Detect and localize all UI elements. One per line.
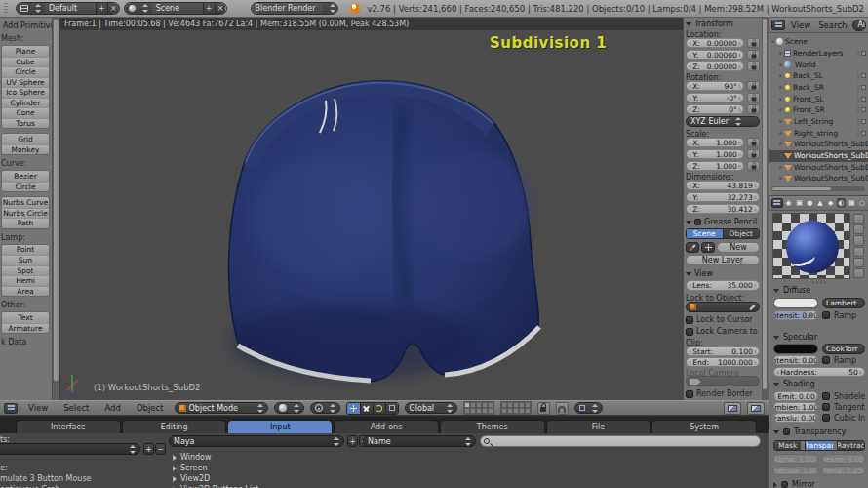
layers-widget-2[interactable]	[500, 401, 532, 415]
alpha-field[interactable]: Alpha:1.000	[773, 454, 818, 464]
specular-color-swatch[interactable]	[773, 344, 818, 354]
lock-layers-button[interactable]	[537, 402, 550, 415]
add-spot-lamp-button[interactable]: Spot	[2, 265, 49, 276]
manipulator-toggle-button[interactable]	[347, 403, 360, 414]
preview-world-icon[interactable]	[853, 268, 864, 278]
mirror-checkbox[interactable]	[781, 481, 788, 488]
add-monkey-button[interactable]: Monkey	[2, 144, 49, 155]
lock-button[interactable]	[747, 161, 760, 171]
lock-camera-checkbox[interactable]	[686, 328, 693, 336]
emulate-3-button-mouse-option[interactable]: mulate 3 Button Mouse	[0, 474, 92, 483]
snap-element-dropdown[interactable]	[574, 402, 603, 414]
keymap-tree-window[interactable]: Window	[173, 453, 212, 462]
orientation-dropdown[interactable]: Global	[405, 402, 457, 414]
new-layer-button[interactable]: New Layer	[686, 255, 760, 265]
snap-button[interactable]	[556, 402, 569, 415]
add-point-lamp-button[interactable]: Point	[2, 245, 49, 256]
material-tab-icon[interactable]: ◐	[837, 198, 847, 208]
lock-to-cursor-checkbox[interactable]	[686, 316, 693, 324]
location-z-field[interactable]: Z:0.00000	[686, 61, 744, 71]
add-uvsphere-button[interactable]: UV Sphere	[2, 77, 49, 88]
keymap-tree-screen[interactable]: Screen	[173, 464, 208, 472]
modifiers-tab-icon[interactable]: ◆	[826, 198, 836, 208]
remove-preset-button[interactable]: −	[155, 443, 166, 455]
scene-selector[interactable]: Scene + ×	[124, 2, 227, 15]
diffuse-shader-dropdown[interactable]: Lambert	[822, 298, 865, 308]
add-bezier-button[interactable]: Bezier	[2, 171, 49, 182]
rotation-z-field[interactable]: Z:0°	[686, 104, 744, 114]
lock-button[interactable]	[747, 38, 760, 48]
add-hemi-lamp-button[interactable]: Hemi	[2, 275, 49, 286]
rotation-x-field[interactable]: X:90°	[686, 81, 744, 91]
local-camera-field[interactable]	[686, 376, 760, 386]
tab-scene[interactable]: Scene	[687, 229, 723, 238]
lock-button[interactable]	[747, 104, 760, 114]
add-icosphere-button[interactable]: Ico Sphere	[2, 87, 49, 98]
clip-end-field[interactable]: End:1000.000	[686, 357, 760, 367]
close-scene-button[interactable]: ×	[215, 3, 226, 14]
add-screen-button[interactable]: +	[96, 3, 107, 14]
scrollbar-thumb[interactable]	[54, 20, 59, 381]
outliner-row-world[interactable]: World	[769, 60, 868, 71]
diffuse-color-swatch[interactable]	[773, 298, 818, 308]
add-nurbs-curve-button[interactable]: Nurbs Curve	[2, 197, 49, 208]
close-screen-button[interactable]: ×	[107, 3, 119, 14]
render-tab-icon[interactable]: ◉	[784, 198, 794, 208]
lock-button[interactable]	[747, 81, 760, 91]
world-tab-icon[interactable]: ●	[805, 198, 814, 208]
tab-mask[interactable]: Mask	[774, 441, 801, 450]
outliner-row-scene[interactable]: Scene	[769, 36, 868, 48]
outliner-row-subd1[interactable]: WorkoutShorts_SubD1|	[769, 139, 868, 150]
outliner-display-dropdown[interactable]: All Scenes	[852, 20, 866, 31]
expand-icon[interactable]	[779, 108, 782, 111]
add-armature-button[interactable]: Armature	[2, 323, 49, 334]
scene-tab-icon[interactable]: ▣	[795, 198, 805, 208]
menu-object[interactable]: Object	[132, 403, 169, 413]
manipulator-translate-button[interactable]	[360, 403, 373, 414]
translucency-field[interactable]: Translu:0.000	[773, 413, 818, 423]
grease-pencil-panel-header[interactable]: Grease Pencil	[686, 218, 760, 226]
draw-pencil-button[interactable]	[686, 242, 699, 253]
add-cone-button[interactable]: Cone	[2, 107, 49, 118]
outliner-row-subd3[interactable]: WorkoutShorts_SubD3|	[769, 162, 868, 174]
add-path-button[interactable]: Path	[2, 218, 49, 228]
npanel-scrollbar[interactable]	[762, 18, 769, 400]
outliner-scrollbar[interactable]	[771, 186, 865, 191]
material-preview[interactable]	[772, 213, 850, 279]
tab-raytrace[interactable]: Raytrac	[837, 441, 864, 450]
add-text-button[interactable]: Text	[2, 312, 49, 323]
add-cylinder-button[interactable]: Cylinder	[2, 98, 49, 108]
lock-button[interactable]	[747, 61, 760, 71]
layers-widget-1[interactable]	[463, 401, 494, 415]
viewport-3d[interactable]: Frame:1 | Time:00:05.68 | Ve:4643 Fa:767…	[60, 18, 683, 400]
preview-cube-icon[interactable]	[853, 235, 864, 245]
scrollbar-thumb[interactable]	[763, 19, 767, 389]
tab-addons[interactable]: Add-ons	[334, 420, 439, 433]
expand-icon[interactable]	[779, 98, 782, 101]
specular-panel-header[interactable]: Specular	[773, 333, 865, 342]
editor-outliner-icon[interactable]	[771, 20, 785, 30]
tab-ztransparency[interactable]: Z Transparen	[805, 441, 832, 450]
manipulator-scale-button[interactable]	[385, 403, 398, 414]
outliner-row-renderlayers[interactable]: RenderLayers|	[769, 48, 868, 60]
eyedropper-icon[interactable]	[749, 304, 755, 309]
scene-browse[interactable]	[125, 3, 152, 14]
preview-sphere-icon[interactable]	[853, 224, 864, 234]
crosshair-button[interactable]	[701, 242, 715, 253]
specular-intensity-slider[interactable]: Intensit:0.000	[773, 355, 818, 365]
location-x-field[interactable]: X:0.00000	[686, 38, 744, 48]
expand-icon[interactable]	[779, 142, 782, 145]
screen-layout-name[interactable]: Default	[45, 3, 96, 14]
opengl-render-anim-button[interactable]	[747, 402, 765, 415]
preview-flat-icon[interactable]	[853, 214, 864, 224]
dimensions-z-field[interactable]: Z:30.412	[686, 204, 760, 214]
expand-icon[interactable]	[771, 40, 774, 43]
add-preset-button[interactable]: +	[143, 443, 154, 455]
particles-tab-icon[interactable]: ○	[857, 198, 867, 208]
render-engine-selector[interactable]: Blender Render	[251, 2, 338, 15]
expand-icon[interactable]	[779, 74, 782, 77]
add-plane-button[interactable]: Plane	[2, 46, 49, 57]
menu-add[interactable]: Add	[99, 403, 125, 413]
rotation-mode-dropdown[interactable]: XYZ Euler	[686, 116, 760, 127]
outliner-menu-view[interactable]: View	[789, 20, 812, 30]
